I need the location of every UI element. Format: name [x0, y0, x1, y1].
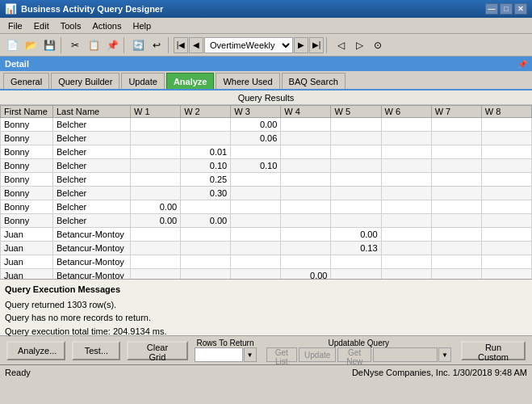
- table-container[interactable]: First Name Last Name W 1 W 2 W 3 W 4 W 5…: [0, 105, 532, 279]
- tab-baq-search[interactable]: BAQ Search: [282, 73, 346, 89]
- table-cell: 0.30: [181, 187, 231, 200]
- col-w8: W 8: [481, 106, 531, 118]
- col-w5: W 5: [331, 106, 381, 118]
- forward-button[interactable]: ▷: [350, 36, 368, 54]
- tab-general[interactable]: General: [3, 73, 49, 89]
- back-button[interactable]: ◁: [332, 36, 350, 54]
- table-cell: 0.00: [231, 118, 281, 132]
- table-cell: 0.01: [181, 145, 231, 159]
- get-new-button[interactable]: Get New: [337, 347, 371, 362]
- table-row[interactable]: BonnyBelcher0.30: [1, 187, 532, 200]
- table-cell: [481, 200, 531, 214]
- message-line-1: Query returned 1303 row(s).: [5, 298, 527, 312]
- table-cell: [381, 187, 431, 200]
- tab-query-builder[interactable]: Query Builder: [51, 73, 119, 89]
- app-title: Business Activity Query Designer: [21, 4, 163, 14]
- table-cell: [181, 255, 231, 269]
- menu-tools[interactable]: Tools: [56, 20, 86, 32]
- update-button[interactable]: Update: [299, 347, 336, 362]
- query-dropdown[interactable]: OvertimeWeekly: [204, 37, 293, 53]
- maximize-button[interactable]: □: [500, 3, 513, 15]
- table-cell: [331, 173, 381, 187]
- undo-button[interactable]: ↩: [148, 36, 165, 54]
- table-cell: 0.00: [131, 200, 181, 214]
- toolbar-sep-3: [168, 37, 171, 53]
- detail-label: Detail: [5, 59, 29, 69]
- table-row[interactable]: JuanBetancur-Montoy: [1, 255, 532, 269]
- table-cell: Bonny: [1, 214, 53, 228]
- table-row[interactable]: BonnyBelcher0.000.00: [1, 214, 532, 228]
- close-button[interactable]: ✕: [514, 3, 527, 15]
- toolbar-sep-2: [124, 37, 127, 53]
- status-text: Ready: [5, 368, 31, 377]
- table-cell: [281, 228, 331, 242]
- new-button[interactable]: 📄: [3, 36, 21, 54]
- menu-file[interactable]: File: [3, 20, 27, 32]
- query-results-label: Query Results: [238, 93, 295, 103]
- minimize-button[interactable]: —: [485, 3, 498, 15]
- table-cell: Bonny: [1, 132, 53, 145]
- table-row[interactable]: BonnyBelcher0.25: [1, 173, 532, 187]
- table-cell: [231, 187, 281, 200]
- table-cell: [181, 132, 231, 145]
- table-cell: [481, 159, 531, 173]
- table-row[interactable]: JuanBetancur-Montoy0.00: [1, 228, 532, 242]
- table-cell: [231, 214, 281, 228]
- table-row[interactable]: BonnyBelcher0.00: [1, 118, 532, 132]
- menu-actions[interactable]: Actions: [87, 20, 126, 32]
- table-row[interactable]: BonnyBelcher0.06: [1, 132, 532, 145]
- refresh-button[interactable]: 🔄: [129, 36, 147, 54]
- tab-update[interactable]: Update: [121, 73, 164, 89]
- nav-prev[interactable]: ◀: [189, 37, 203, 53]
- save-button[interactable]: 💾: [40, 36, 58, 54]
- table-cell: [381, 145, 431, 159]
- paste-button[interactable]: 📌: [103, 36, 121, 54]
- updatable-dropdown-btn[interactable]: ▼: [438, 347, 451, 362]
- rows-to-return-section: Rows To Return ▼: [195, 339, 257, 362]
- detail-bar: Detail 📌: [0, 57, 532, 71]
- col-first-name: First Name: [1, 106, 53, 118]
- title-bar: 📊 Business Activity Query Designer — □ ✕: [0, 0, 532, 18]
- clear-grid-button[interactable]: Clear Grid: [127, 341, 187, 360]
- pin-icon[interactable]: 📌: [517, 60, 527, 69]
- table-cell: [431, 159, 481, 173]
- table-cell: [381, 255, 431, 269]
- table-cell: [431, 214, 481, 228]
- tab-analyze[interactable]: Analyze: [166, 73, 215, 89]
- table-cell: 0.00: [281, 269, 331, 280]
- table-row[interactable]: JuanBetancur-Montoy0.13: [1, 242, 532, 255]
- tab-where-used[interactable]: Where Used: [216, 73, 279, 89]
- open-button[interactable]: 📂: [22, 36, 40, 54]
- table-cell: [231, 255, 281, 269]
- table-row[interactable]: BonnyBelcher0.00: [1, 200, 532, 214]
- table-cell: Bonny: [1, 200, 53, 214]
- rows-dropdown-btn[interactable]: ▼: [244, 347, 257, 362]
- table-cell: [481, 187, 531, 200]
- table-cell: [281, 159, 331, 173]
- rows-input[interactable]: [195, 347, 243, 362]
- col-last-name: Last Name: [52, 106, 130, 118]
- table-cell: [331, 132, 381, 145]
- col-w2: W 2: [181, 106, 231, 118]
- cut-button[interactable]: ✂: [66, 36, 84, 54]
- nav-next[interactable]: ▶: [294, 37, 308, 53]
- nav-last[interactable]: ▶|: [309, 37, 324, 53]
- run-custom-button[interactable]: Run Custom: [461, 341, 526, 360]
- analyze-button[interactable]: Analyze...: [6, 341, 65, 360]
- table-cell: [131, 173, 181, 187]
- get-list-button[interactable]: Get List: [266, 347, 298, 362]
- copy-button[interactable]: 📋: [85, 36, 103, 54]
- table-row[interactable]: JuanBetancur-Montoy0.00: [1, 269, 532, 280]
- test-button[interactable]: Test...: [72, 341, 120, 360]
- table-row[interactable]: BonnyBelcher0.01: [1, 145, 532, 159]
- table-cell: Belcher: [52, 118, 130, 132]
- updatable-input[interactable]: [373, 347, 438, 362]
- home-button[interactable]: ⊙: [369, 36, 387, 54]
- table-cell: [481, 132, 531, 145]
- window-controls: — □ ✕: [485, 3, 527, 15]
- menu-edit[interactable]: Edit: [29, 20, 54, 32]
- table-cell: Juan: [1, 255, 53, 269]
- menu-help[interactable]: Help: [128, 20, 156, 32]
- nav-first[interactable]: |◀: [174, 37, 188, 53]
- table-row[interactable]: BonnyBelcher0.100.10: [1, 159, 532, 173]
